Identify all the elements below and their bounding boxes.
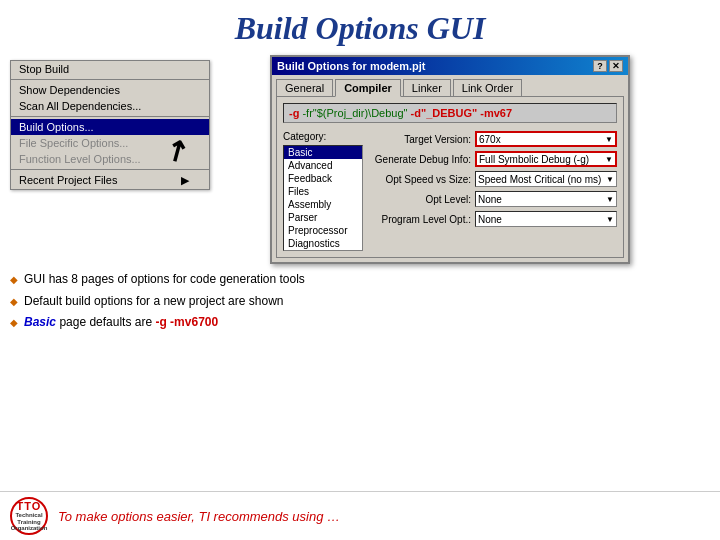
bullet-item-1: ◆ GUI has 8 pages of options for code ge… — [10, 272, 710, 288]
help-button[interactable]: ? — [593, 60, 607, 72]
select-value-debug-info: Full Symbolic Debug (-g) — [479, 154, 589, 165]
basic-italic-label: Basic — [24, 315, 56, 329]
titlebar-buttons: ? ✕ — [593, 60, 623, 72]
cmd-default-value: -g -mv6700 — [155, 315, 218, 329]
option-label-debug-info: Generate Debug Info: — [371, 154, 471, 165]
tab-compiler[interactable]: Compiler — [335, 79, 401, 97]
option-row-opt-level: Opt Level: None ▼ — [371, 191, 617, 207]
menu-item-stop-build[interactable]: Stop Build — [11, 61, 209, 77]
cat-item-files[interactable]: Files — [284, 185, 362, 198]
option-select-debug-info[interactable]: Full Symbolic Debug (-g) ▼ — [475, 151, 617, 167]
option-label-program-level: Program Level Opt.: — [371, 214, 471, 225]
bullet-diamond-1: ◆ — [10, 274, 18, 285]
bullet-text-3: Basic page defaults are -g -mv6700 — [24, 315, 218, 331]
cmd-d: -d"_DEBUG" — [411, 107, 478, 119]
dialog-titlebar: Build Options for modem.pjt ? ✕ — [272, 57, 628, 75]
cmd-g: -g — [289, 107, 299, 119]
tab-link-order[interactable]: Link Order — [453, 79, 522, 96]
menu-item-recent-files-label: Recent Project Files — [19, 174, 117, 187]
left-panel: Stop Build Show Dependencies Scan All De… — [10, 55, 260, 264]
dialog-body: -g -fr"$(Proj_dir)\Debug" -d"_DEBUG" -mv… — [276, 96, 624, 258]
command-line-display: -g -fr"$(Proj_dir)\Debug" -d"_DEBUG" -mv… — [283, 103, 617, 123]
option-label-target-version: Target Version: — [371, 134, 471, 145]
close-button[interactable]: ✕ — [609, 60, 623, 72]
tab-linker[interactable]: Linker — [403, 79, 451, 96]
cat-item-parser[interactable]: Parser — [284, 211, 362, 224]
category-list: Basic Advanced Feedback Files Assembly P… — [283, 145, 363, 251]
dropdown-arrow-icon: ▼ — [605, 135, 613, 144]
menu-separator-1 — [11, 79, 209, 80]
footer: TTO TechnicalTrainingOrganization To mak… — [0, 491, 720, 540]
option-row-debug-info: Generate Debug Info: Full Symbolic Debug… — [371, 151, 617, 167]
cat-item-preprocessor[interactable]: Preprocessor — [284, 224, 362, 237]
cat-item-advanced[interactable]: Advanced — [284, 159, 362, 172]
dropdown-arrow-level-icon: ▼ — [606, 195, 614, 204]
cat-item-feedback[interactable]: Feedback — [284, 172, 362, 185]
dialog-tabs: General Compiler Linker Link Order — [272, 75, 628, 96]
dropdown-arrow-program-icon: ▼ — [606, 215, 614, 224]
bullet3-middle-text: page defaults are — [59, 315, 155, 329]
bottom-section: ◆ GUI has 8 pages of options for code ge… — [0, 264, 720, 345]
logo-tto-text: TTO — [17, 500, 42, 512]
cat-item-diagnostics[interactable]: Diagnostics — [284, 237, 362, 250]
menu-item-recent-files[interactable]: Recent Project Files ▶ — [11, 172, 209, 189]
bullet-text-1: GUI has 8 pages of options for code gene… — [24, 272, 305, 288]
option-select-opt-speed[interactable]: Speed Most Critical (no ms) ▼ — [475, 171, 617, 187]
build-options-dialog: Build Options for modem.pjt ? ✕ General … — [270, 55, 630, 264]
dropdown-arrow-debug-icon: ▼ — [605, 155, 613, 164]
tab-general[interactable]: General — [276, 79, 333, 96]
bullet-item-2: ◆ Default build options for a new projec… — [10, 294, 710, 310]
page-title: Build Options GUI — [0, 0, 720, 55]
dialog-title: Build Options for modem.pjt — [277, 60, 426, 72]
select-value-opt-level: None — [478, 194, 502, 205]
bullet-points: ◆ GUI has 8 pages of options for code ge… — [10, 272, 710, 337]
option-row-program-level: Program Level Opt.: None ▼ — [371, 211, 617, 227]
option-select-program-level[interactable]: None ▼ — [475, 211, 617, 227]
bullet-diamond-2: ◆ — [10, 296, 18, 307]
menu-separator-2 — [11, 116, 209, 117]
footer-message: To make options easier, TI recommends us… — [58, 509, 340, 524]
logo-subtitle-text: TechnicalTrainingOrganization — [11, 512, 48, 532]
cmd-fr: -fr"$(Proj_dir)\Debug" — [302, 107, 407, 119]
cmd-mv: -mv67 — [480, 107, 512, 119]
option-label-opt-level: Opt Level: — [371, 194, 471, 205]
select-value-program-level: None — [478, 214, 502, 225]
cat-item-basic[interactable]: Basic — [284, 146, 362, 159]
category-panel: Category: Basic Advanced Feedback Files … — [283, 131, 363, 251]
options-panel: Target Version: 670x ▼ Generate Debug In… — [371, 131, 617, 251]
submenu-arrow-icon: ▶ — [181, 174, 189, 187]
option-row-target-version: Target Version: 670x ▼ — [371, 131, 617, 147]
context-menu: Stop Build Show Dependencies Scan All De… — [10, 60, 210, 190]
option-select-target-version[interactable]: 670x ▼ — [475, 131, 617, 147]
bullet-diamond-3: ◆ — [10, 317, 18, 328]
bullet-item-3: ◆ Basic page defaults are -g -mv6700 — [10, 315, 710, 331]
category-label: Category: — [283, 131, 363, 142]
select-value-target-version: 670x — [479, 134, 501, 145]
cat-item-assembly[interactable]: Assembly — [284, 198, 362, 211]
menu-item-scan-dependencies[interactable]: Scan All Dependencies... — [11, 98, 209, 114]
right-panel: Build Options for modem.pjt ? ✕ General … — [270, 55, 710, 264]
options-layout: Category: Basic Advanced Feedback Files … — [283, 131, 617, 251]
option-row-opt-speed: Opt Speed vs Size: Speed Most Critical (… — [371, 171, 617, 187]
menu-item-show-dependencies[interactable]: Show Dependencies — [11, 82, 209, 98]
tto-logo: TTO TechnicalTrainingOrganization — [10, 497, 48, 535]
option-label-opt-speed: Opt Speed vs Size: — [371, 174, 471, 185]
dropdown-arrow-speed-icon: ▼ — [606, 175, 614, 184]
option-select-opt-level[interactable]: None ▼ — [475, 191, 617, 207]
bullet-text-2: Default build options for a new project … — [24, 294, 283, 310]
select-value-opt-speed: Speed Most Critical (no ms) — [478, 174, 601, 185]
menu-separator-3 — [11, 169, 209, 170]
